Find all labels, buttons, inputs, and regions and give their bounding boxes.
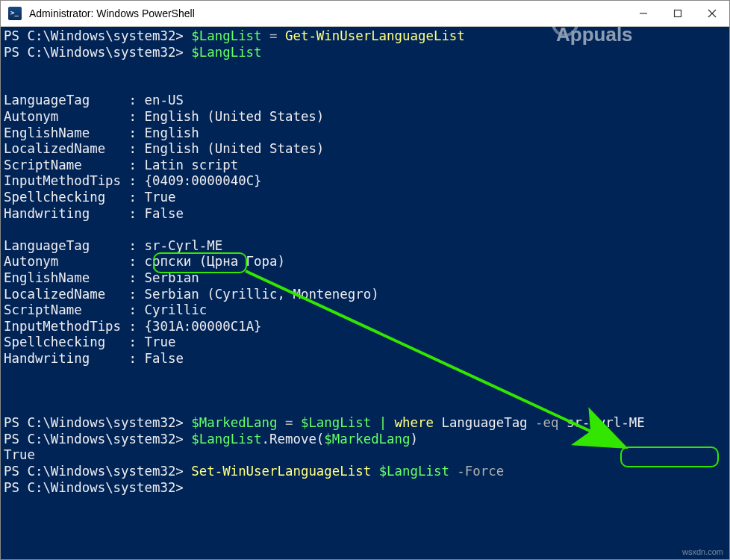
- prompt-path: C:\Windows\system32>: [27, 415, 183, 430]
- field-value: Serbian (Cyrillic, Montenegro): [145, 287, 379, 302]
- field-label: Autonym: [4, 254, 58, 269]
- var-markedlang: $MarkedLang: [324, 432, 410, 447]
- where-field: LanguageTag: [441, 415, 527, 430]
- field-label: LanguageTag: [4, 238, 90, 253]
- field-value: Serbian: [145, 270, 199, 285]
- field-colon: :: [129, 158, 137, 172]
- cmd-set-lang: Set-WinUserLanguageList: [191, 464, 371, 479]
- field-colon: :: [129, 238, 137, 253]
- var-langlist: $LangList: [191, 45, 261, 60]
- prompt-path: C:\Windows\system32>: [27, 480, 183, 495]
- prompt-path: C:\Windows\system32>: [27, 45, 183, 60]
- param-force: -Force: [457, 464, 504, 479]
- field-label: ScriptName: [4, 302, 82, 317]
- field-colon: :: [129, 109, 137, 124]
- field-colon: :: [129, 190, 137, 205]
- field-value: False: [145, 206, 184, 221]
- field-value: Cyrillic: [145, 302, 208, 317]
- remove-close: ): [411, 432, 418, 447]
- field-label: Autonym: [4, 109, 58, 124]
- field-label: ScriptName: [4, 158, 82, 172]
- window-title: Administrator: Windows PowerShell: [29, 7, 626, 19]
- powershell-window: Administrator: Windows PowerShell PS C:\…: [0, 0, 730, 560]
- op-eq: =: [278, 415, 301, 430]
- prompt-ps: PS: [4, 415, 19, 430]
- field-value: Latin script: [145, 158, 239, 172]
- field-colon: :: [129, 93, 137, 108]
- field-value: {301A:00000C1A}: [145, 319, 262, 334]
- cmd-get-lang: Get-WinUserLanguageList: [285, 28, 465, 43]
- prompt-path: C:\Windows\system32>: [27, 432, 183, 447]
- field-colon: :: [129, 335, 137, 349]
- op-eq: =: [262, 28, 285, 43]
- prompt-ps: PS: [4, 28, 19, 43]
- powershell-icon: [8, 7, 22, 20]
- terminal-output[interactable]: PS C:\Windows\system32> $LangList = Get-…: [1, 27, 729, 559]
- field-label: Handwriting: [4, 206, 90, 221]
- svg-rect-1: [675, 10, 681, 17]
- output-true: True: [4, 447, 35, 462]
- field-value: sr-Cyrl-ME: [145, 238, 223, 253]
- op-dash-eq: -eq: [535, 415, 558, 430]
- prompt-ps: PS: [4, 432, 19, 447]
- window-titlebar[interactable]: Administrator: Windows PowerShell: [1, 1, 729, 27]
- field-colon: :: [129, 302, 137, 317]
- field-value: False: [145, 351, 184, 366]
- field-colon: :: [129, 173, 137, 188]
- field-colon: :: [129, 287, 137, 302]
- field-label: EnglishName: [4, 270, 90, 285]
- field-label: EnglishName: [4, 125, 90, 140]
- tag-value: sr-Cyrl-ME: [567, 415, 645, 430]
- field-colon: :: [129, 254, 137, 269]
- window-controls: [626, 1, 729, 26]
- var-langlist: $LangList: [191, 28, 261, 43]
- var-langlist: $LangList: [301, 415, 371, 430]
- close-button[interactable]: [695, 1, 729, 26]
- field-colon: :: [129, 351, 137, 366]
- minimize-button[interactable]: [626, 1, 661, 26]
- field-value: en-US: [145, 93, 184, 108]
- var-langlist: $LangList: [191, 432, 261, 447]
- field-colon: :: [129, 125, 137, 140]
- field-colon: :: [129, 141, 137, 156]
- field-label: Spellchecking: [4, 190, 105, 205]
- op-pipe: |: [371, 415, 394, 430]
- field-label: LanguageTag: [4, 93, 90, 108]
- field-colon: :: [129, 206, 137, 221]
- prompt-ps: PS: [4, 464, 19, 479]
- var-markedlang: $MarkedLang: [191, 415, 277, 430]
- field-value: True: [145, 190, 176, 205]
- remove-open: .Remove(: [262, 432, 325, 447]
- field-value: True: [145, 335, 176, 349]
- cmd-where: where: [395, 415, 434, 430]
- field-value: English (United States): [145, 141, 325, 156]
- var-langlist: $LangList: [379, 464, 449, 479]
- field-value: English (United States): [145, 109, 325, 124]
- field-label: Handwriting: [4, 351, 90, 366]
- field-label: InputMethodTips: [4, 173, 121, 188]
- field-label: LocalizedName: [4, 287, 105, 302]
- prompt-ps: PS: [4, 45, 19, 60]
- field-colon: :: [129, 270, 137, 285]
- field-value: English: [145, 125, 199, 140]
- field-label: Spellchecking: [4, 335, 105, 349]
- field-value: српски (Црна Гора): [145, 254, 285, 269]
- prompt-path: C:\Windows\system32>: [27, 464, 183, 479]
- prompt-ps: PS: [4, 480, 19, 495]
- field-value: {0409:0000040C}: [145, 173, 262, 188]
- maximize-button[interactable]: [661, 1, 695, 26]
- field-label: InputMethodTips: [4, 319, 121, 334]
- field-colon: :: [129, 319, 137, 334]
- field-label: LocalizedName: [4, 141, 105, 156]
- prompt-path: C:\Windows\system32>: [27, 28, 183, 43]
